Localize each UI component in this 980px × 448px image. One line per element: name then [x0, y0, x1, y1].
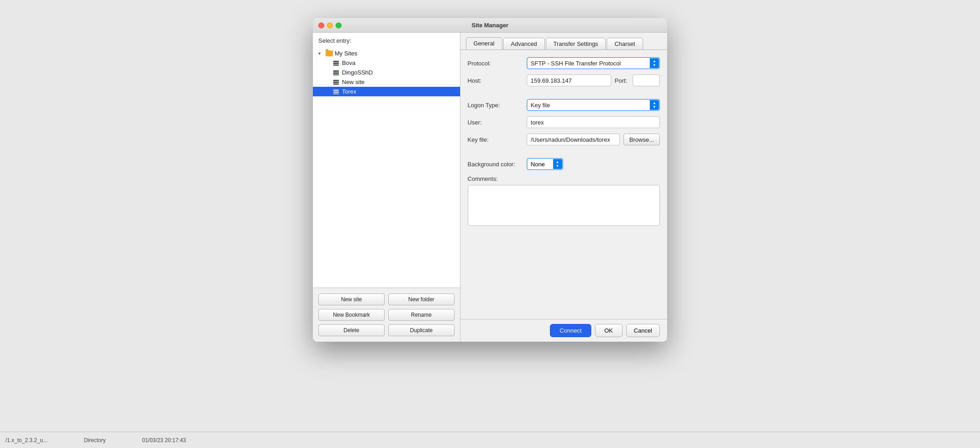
status-bar: /1.x_to_2.3.2_u... Directory 01/03/23 20…: [0, 432, 980, 448]
protocol-select-wrapper: SFTP - SSH File Transfer Protocol ▲ ▼: [527, 57, 660, 69]
bg-color-label: Background color:: [468, 161, 527, 168]
keyfile-label: Key file:: [468, 136, 527, 143]
tree-item-label: DingoSShD: [342, 69, 373, 76]
tree-item-bova[interactable]: Bova: [313, 58, 460, 68]
user-label: User:: [468, 119, 527, 126]
rename-button[interactable]: Rename: [388, 309, 455, 321]
new-folder-button[interactable]: New folder: [388, 294, 455, 305]
bg-color-row: Background color: None ▲ ▼: [468, 158, 660, 170]
logon-type-row: Logon Type: Key file Normal Ask for pass…: [468, 99, 660, 111]
logon-type-select-wrapper: Key file Normal Ask for password Interac…: [527, 99, 660, 111]
dialog-title: Site Manager: [472, 22, 509, 29]
svg-point-14: [337, 82, 338, 83]
protocol-label: Protocol:: [468, 60, 527, 67]
protocol-select[interactable]: SFTP - SSH File Transfer Protocol: [527, 57, 660, 69]
keyfile-row: Key file: Browse...: [468, 134, 660, 145]
tree-folder-my-sites[interactable]: ▾ My Sites: [313, 49, 460, 58]
tree-item-torex[interactable]: Torex: [313, 87, 460, 96]
tab-advanced[interactable]: Advanced: [503, 38, 545, 50]
traffic-lights: [318, 22, 342, 28]
host-input[interactable]: [527, 75, 611, 86]
host-row: Host: Port:: [468, 75, 660, 86]
tree-item-label: Bova: [342, 60, 356, 66]
server-icon: [333, 70, 339, 76]
bg-color-select[interactable]: None: [527, 158, 563, 170]
folder-label: My Sites: [335, 50, 357, 57]
maximize-button[interactable]: [336, 22, 342, 28]
svg-point-4: [337, 63, 338, 64]
status-date: 01/03/23 20:17:43: [142, 437, 186, 443]
tab-charset[interactable]: Charset: [607, 38, 643, 50]
keyfile-input[interactable]: [527, 134, 620, 145]
port-label: Port:: [615, 77, 627, 84]
comments-textarea[interactable]: [468, 185, 660, 226]
new-bookmark-button[interactable]: New Bookmark: [318, 309, 385, 321]
tree-item-new-site[interactable]: New site: [313, 77, 460, 87]
cancel-button[interactable]: Cancel: [626, 324, 660, 337]
svg-rect-17: [333, 94, 339, 95]
tree-item-label: New site: [342, 79, 365, 85]
bg-color-select-wrapper: None ▲ ▼: [527, 158, 563, 170]
host-label: Host:: [468, 77, 527, 84]
left-panel: Select entry: ▾ My Sites: [313, 33, 460, 342]
title-bar: Site Manager: [313, 18, 667, 33]
tab-content: Protocol: SFTP - SSH File Transfer Proto…: [460, 50, 667, 319]
comments-label: Comments:: [468, 175, 660, 182]
svg-point-3: [337, 61, 338, 62]
server-icon: [333, 79, 339, 85]
svg-point-9: [337, 73, 338, 74]
tabs-row: General Advanced Transfer Settings Chars…: [460, 33, 667, 50]
svg-rect-12: [333, 84, 339, 85]
svg-point-13: [337, 80, 338, 81]
right-panel: General Advanced Transfer Settings Chars…: [460, 33, 667, 342]
user-input[interactable]: [527, 116, 660, 128]
svg-point-8: [337, 70, 338, 71]
svg-point-19: [337, 92, 338, 93]
close-button[interactable]: [318, 22, 324, 28]
left-buttons: New site New folder New Bookmark Rename …: [313, 288, 460, 342]
server-icon: [333, 89, 339, 95]
logon-type-select[interactable]: Key file Normal Ask for password Interac…: [527, 99, 660, 111]
user-row: User:: [468, 116, 660, 128]
ok-button[interactable]: OK: [595, 324, 623, 337]
new-site-button[interactable]: New site: [318, 294, 385, 305]
minimize-button[interactable]: [327, 22, 333, 28]
tree-item-label: Torex: [342, 88, 356, 95]
duplicate-button[interactable]: Duplicate: [388, 324, 455, 336]
tree-area: ▾ My Sites Bova: [313, 47, 460, 288]
tab-general[interactable]: General: [466, 37, 502, 50]
port-input[interactable]: [633, 75, 660, 86]
delete-button[interactable]: Delete: [318, 324, 385, 336]
protocol-row: Protocol: SFTP - SSH File Transfer Proto…: [468, 57, 660, 69]
server-icon: [333, 60, 339, 66]
chevron-down-icon: ▾: [318, 51, 324, 56]
status-type: Directory: [84, 437, 106, 443]
status-filename: /1.x_to_2.3.2_u...: [5, 437, 48, 443]
browse-button[interactable]: Browse...: [624, 134, 660, 145]
svg-rect-2: [333, 65, 339, 66]
folder-icon: [326, 50, 333, 56]
svg-rect-7: [333, 75, 339, 75]
logon-type-label: Logon Type:: [468, 102, 527, 109]
tree-item-dingosshd[interactable]: DingoSShD: [313, 68, 460, 77]
svg-point-18: [337, 90, 338, 90]
bottom-bar: Connect OK Cancel: [460, 319, 667, 342]
connect-button[interactable]: Connect: [550, 324, 591, 337]
tab-transfer-settings[interactable]: Transfer Settings: [546, 38, 606, 50]
select-entry-label: Select entry:: [313, 33, 460, 47]
